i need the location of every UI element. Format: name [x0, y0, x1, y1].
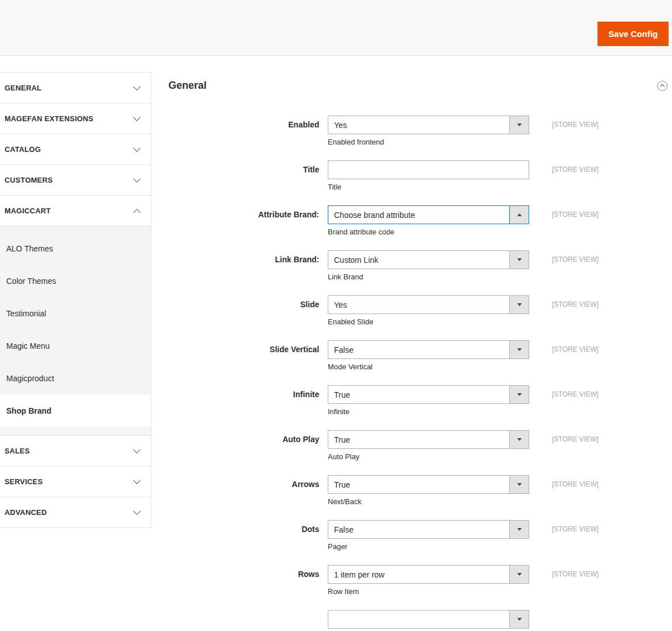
- field-label: Rows: [168, 565, 328, 579]
- chevron-down-icon: [133, 175, 141, 183]
- arrows-select[interactable]: True: [328, 475, 529, 494]
- field-control: YesEnabled Slide: [328, 295, 529, 326]
- field-control: Title: [328, 160, 529, 191]
- scope-label: [STORE VIEW]: [552, 295, 599, 308]
- nav-section-label: MAGEFAN EXTENSIONS: [5, 114, 93, 123]
- chevron-down-icon: [133, 114, 141, 121]
- field-label: Slide: [168, 295, 328, 309]
- attribute-brand-select[interactable]: Choose brand attribute: [328, 205, 529, 224]
- select-value: Custom Link: [328, 251, 509, 269]
- triangle-down-icon: [517, 618, 522, 621]
- nav-section-label: CUSTOMERS: [5, 176, 53, 184]
- subnav-item-alo-themes[interactable]: ALO Themes: [0, 232, 151, 265]
- auto-play-select[interactable]: True: [328, 430, 529, 449]
- nav-section-general[interactable]: GENERAL: [0, 73, 151, 104]
- slide-vertical-select[interactable]: False: [328, 340, 529, 359]
- triangle-up-icon: [517, 213, 522, 216]
- field-label: Infinite: [168, 385, 328, 399]
- select-value: True: [328, 476, 509, 493]
- subnav-magiccart: ALO ThemesColor ThemesTestimonialMagic M…: [0, 226, 151, 436]
- chevron-down-icon: [133, 508, 141, 515]
- nav-section-customers[interactable]: CUSTOMERS: [0, 165, 151, 196]
- select-value: Choose brand attribute: [328, 206, 509, 224]
- select-arrow-button[interactable]: [509, 611, 529, 628]
- nav-section-catalog[interactable]: CATALOG: [0, 134, 151, 165]
- triangle-down-icon: [517, 483, 522, 486]
- dots-select[interactable]: False: [328, 520, 529, 539]
- field-comment: Brand attribute code: [328, 228, 529, 236]
- select-arrow-button[interactable]: [509, 296, 529, 314]
- select-arrow-button[interactable]: [509, 386, 529, 403]
- scope-label: [STORE VIEW]: [552, 475, 599, 488]
- field-control: TrueInfinite: [328, 385, 529, 416]
- config-form: EnabledYesEnabled frontend[STORE VIEW]Ti…: [168, 116, 672, 629]
- field-row-slide-vertical: Slide VerticalFalseMode Vertical[STORE V…: [168, 340, 672, 371]
- nav-section-magiccart[interactable]: MAGICCART: [0, 196, 151, 226]
- nav-section-magefan-extensions[interactable]: MAGEFAN EXTENSIONS: [0, 104, 151, 134]
- enabled-select[interactable]: Yes: [328, 116, 529, 134]
- nav-section-label: ADVANCED: [5, 508, 47, 517]
- field-comment: Title: [328, 183, 529, 191]
- field-control: Custom LinkLink Brand: [328, 250, 529, 281]
- subnav-item-color-themes[interactable]: Color Themes: [0, 265, 151, 297]
- field-label: Slide Vertical: [168, 340, 328, 354]
- save-config-button[interactable]: Save Config: [597, 22, 669, 46]
- field-row-slide: SlideYesEnabled Slide[STORE VIEW]: [168, 295, 672, 326]
- link-brand-select[interactable]: Custom Link: [328, 250, 529, 269]
- field-comment: Infinite: [328, 407, 529, 416]
- select-arrow-button[interactable]: [509, 476, 529, 493]
- select-arrow-button[interactable]: [509, 341, 529, 358]
- field-comment: Next/Back: [328, 497, 529, 506]
- nav-section-label: GENERAL: [5, 84, 42, 92]
- field-control: [328, 610, 529, 629]
- scope-label: [STORE VIEW]: [552, 340, 599, 353]
- config-nav: GENERAL MAGEFAN EXTENSIONS CATALOG CUSTO…: [0, 72, 151, 528]
- subnav-item-magicproduct[interactable]: Magicproduct: [0, 362, 151, 394]
- field-control: FalsePager: [328, 520, 529, 551]
- field-label: Enabled: [168, 116, 328, 129]
- select-value: Yes: [328, 296, 509, 314]
- subnav-item-testimonial[interactable]: Testimonial: [0, 297, 151, 329]
- scope-label: [STORE VIEW]: [552, 430, 599, 443]
- field-comment: Link Brand: [328, 273, 529, 281]
- scope-label: [STORE VIEW]: [552, 250, 599, 263]
- triangle-down-icon: [517, 573, 522, 576]
- rows-select[interactable]: 1 item per row: [328, 565, 529, 584]
- field-control: Choose brand attributeBrand attribute co…: [328, 205, 529, 236]
- triangle-down-icon: [517, 123, 522, 126]
- scope-label: [STORE VIEW]: [552, 520, 599, 533]
- field-row-auto-play: Auto PlayTrueAuto Play[STORE VIEW]: [168, 430, 672, 461]
- select-arrow-button[interactable]: [509, 566, 529, 583]
- title-input[interactable]: [328, 160, 529, 179]
- triangle-down-icon: [517, 528, 522, 531]
- nav-section-advanced[interactable]: ADVANCED: [0, 497, 151, 528]
- field-row-link-brand: Link Brand:Custom LinkLink Brand[STORE V…: [168, 250, 672, 281]
- select-arrow-button[interactable]: [509, 251, 529, 269]
- field-label: Auto Play: [168, 430, 328, 444]
- select-arrow-button[interactable]: [509, 206, 529, 224]
- field-row-enabled: EnabledYesEnabled frontend[STORE VIEW]: [168, 116, 672, 146]
- chevron-up-icon: [133, 209, 141, 216]
- subnav-item-magic-menu[interactable]: Magic Menu: [0, 329, 151, 362]
- config-section-general: General EnabledYesEnabled frontend[STORE…: [168, 80, 672, 631]
- subnav-item-shop-brand[interactable]: Shop Brand: [0, 394, 151, 427]
- nav-section-label: CATALOG: [5, 145, 41, 154]
- slide-select[interactable]: Yes: [328, 295, 529, 314]
- field-row-infinite: InfiniteTrueInfinite[STORE VIEW]: [168, 385, 672, 416]
- collapse-section-icon[interactable]: [657, 81, 667, 91]
- field-label: Attribute Brand:: [168, 205, 328, 219]
- field-row-dots: DotsFalsePager[STORE VIEW]: [168, 520, 672, 551]
- nav-section-services[interactable]: SERVICES: [0, 467, 151, 497]
- field-label: Arrows: [168, 475, 328, 489]
- field-comment: Auto Play: [328, 452, 529, 461]
- select-arrow-button[interactable]: [509, 521, 529, 538]
- select-arrow-button[interactable]: [509, 431, 529, 448]
- select-value: False: [328, 521, 509, 538]
- infinite-select[interactable]: True: [328, 385, 529, 404]
- field-comment: Enabled frontend: [328, 138, 529, 146]
- field-row-attribute-brand: Attribute Brand:Choose brand attributeBr…: [168, 205, 672, 236]
- scope-label: [STORE VIEW]: [552, 116, 599, 129]
- partial-next-select[interactable]: [328, 610, 529, 629]
- select-arrow-button[interactable]: [509, 116, 529, 134]
- nav-section-sales[interactable]: SALES: [0, 436, 151, 467]
